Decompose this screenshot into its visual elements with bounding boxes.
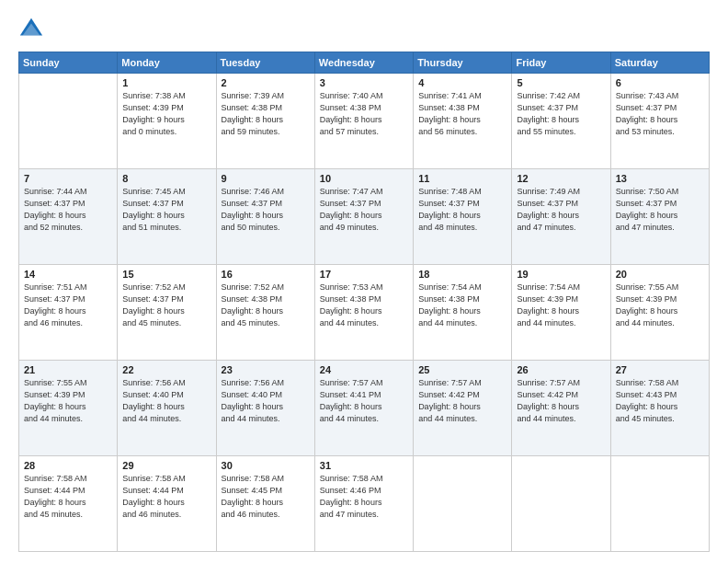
day-number: 2 (222, 77, 310, 88)
day-info: Sunrise: 7:45 AMSunset: 4:37 PMDaylight:… (122, 186, 210, 234)
calendar-week-row: 21Sunrise: 7:55 AMSunset: 4:39 PMDayligh… (19, 361, 710, 456)
calendar-cell: 10Sunrise: 7:47 AMSunset: 4:37 PMDayligh… (314, 169, 413, 265)
calendar-cell: 19Sunrise: 7:54 AMSunset: 4:39 PMDayligh… (512, 265, 610, 361)
weekday-header-wednesday: Wednesday (314, 52, 413, 74)
calendar-cell: 31Sunrise: 7:58 AMSunset: 4:46 PMDayligh… (314, 456, 413, 552)
calendar-cell: 23Sunrise: 7:56 AMSunset: 4:40 PMDayligh… (216, 361, 314, 456)
day-info: Sunrise: 7:58 AMSunset: 4:44 PMDaylight:… (24, 473, 112, 521)
calendar-cell (512, 456, 610, 552)
day-number: 1 (122, 77, 210, 88)
day-info: Sunrise: 7:57 AMSunset: 4:41 PMDaylight:… (320, 377, 408, 425)
day-number: 3 (320, 77, 408, 88)
calendar-cell: 8Sunrise: 7:45 AMSunset: 4:37 PMDaylight… (118, 169, 216, 265)
weekday-header-monday: Monday (118, 52, 216, 74)
calendar-cell: 25Sunrise: 7:57 AMSunset: 4:42 PMDayligh… (414, 361, 512, 456)
day-number: 26 (517, 364, 605, 375)
day-number: 22 (122, 364, 210, 375)
day-info: Sunrise: 7:57 AMSunset: 4:42 PMDaylight:… (418, 377, 506, 425)
calendar-cell: 6Sunrise: 7:43 AMSunset: 4:37 PMDaylight… (610, 74, 709, 169)
logo-icon (18, 17, 44, 42)
calendar-cell (19, 74, 118, 169)
header (18, 17, 710, 42)
day-number: 19 (517, 269, 605, 280)
day-number: 5 (517, 77, 605, 88)
day-number: 28 (24, 460, 112, 471)
day-info: Sunrise: 7:58 AMSunset: 4:44 PMDaylight:… (122, 473, 210, 521)
day-info: Sunrise: 7:47 AMSunset: 4:37 PMDaylight:… (320, 186, 408, 234)
day-info: Sunrise: 7:40 AMSunset: 4:38 PMDaylight:… (320, 90, 408, 138)
calendar-week-row: 7Sunrise: 7:44 AMSunset: 4:37 PMDaylight… (19, 169, 710, 265)
calendar-cell: 12Sunrise: 7:49 AMSunset: 4:37 PMDayligh… (512, 169, 610, 265)
day-info: Sunrise: 7:54 AMSunset: 4:38 PMDaylight:… (418, 282, 506, 329)
calendar-cell: 11Sunrise: 7:48 AMSunset: 4:37 PMDayligh… (414, 169, 512, 265)
day-number: 23 (222, 364, 310, 375)
day-info: Sunrise: 7:41 AMSunset: 4:38 PMDaylight:… (418, 90, 506, 138)
day-number: 15 (122, 269, 210, 280)
calendar-cell: 30Sunrise: 7:58 AMSunset: 4:45 PMDayligh… (216, 456, 314, 552)
day-number: 24 (320, 364, 408, 375)
calendar-cell: 28Sunrise: 7:58 AMSunset: 4:44 PMDayligh… (19, 456, 118, 552)
day-number: 6 (616, 77, 704, 88)
calendar-cell: 5Sunrise: 7:42 AMSunset: 4:37 PMDaylight… (512, 74, 610, 169)
calendar-cell (414, 456, 512, 552)
day-number: 10 (320, 173, 408, 184)
day-info: Sunrise: 7:51 AMSunset: 4:37 PMDaylight:… (24, 282, 112, 329)
day-number: 17 (320, 269, 408, 280)
calendar-cell: 16Sunrise: 7:52 AMSunset: 4:38 PMDayligh… (216, 265, 314, 361)
calendar-table: SundayMondayTuesdayWednesdayThursdayFrid… (18, 52, 710, 552)
day-info: Sunrise: 7:54 AMSunset: 4:39 PMDaylight:… (517, 282, 605, 329)
day-info: Sunrise: 7:56 AMSunset: 4:40 PMDaylight:… (222, 377, 310, 425)
calendar-cell: 15Sunrise: 7:52 AMSunset: 4:37 PMDayligh… (118, 265, 216, 361)
day-number: 7 (24, 173, 112, 184)
calendar-week-row: 14Sunrise: 7:51 AMSunset: 4:37 PMDayligh… (19, 265, 710, 361)
day-number: 9 (222, 173, 310, 184)
calendar-cell: 22Sunrise: 7:56 AMSunset: 4:40 PMDayligh… (118, 361, 216, 456)
day-number: 21 (24, 364, 112, 375)
day-number: 14 (24, 269, 112, 280)
day-info: Sunrise: 7:55 AMSunset: 4:39 PMDaylight:… (616, 282, 704, 329)
calendar-cell: 24Sunrise: 7:57 AMSunset: 4:41 PMDayligh… (314, 361, 413, 456)
page: SundayMondayTuesdayWednesdayThursdayFrid… (0, 0, 728, 563)
weekday-header-sunday: Sunday (19, 52, 118, 74)
calendar-cell: 29Sunrise: 7:58 AMSunset: 4:44 PMDayligh… (118, 456, 216, 552)
day-number: 4 (418, 77, 506, 88)
calendar-cell: 3Sunrise: 7:40 AMSunset: 4:38 PMDaylight… (314, 74, 413, 169)
day-number: 25 (418, 364, 506, 375)
weekday-header-friday: Friday (512, 52, 610, 74)
day-number: 30 (222, 460, 310, 471)
day-info: Sunrise: 7:43 AMSunset: 4:37 PMDaylight:… (616, 90, 704, 138)
calendar-cell: 2Sunrise: 7:39 AMSunset: 4:38 PMDaylight… (216, 74, 314, 169)
day-number: 31 (320, 460, 408, 471)
weekday-header-row: SundayMondayTuesdayWednesdayThursdayFrid… (19, 52, 710, 74)
day-number: 8 (122, 173, 210, 184)
calendar-cell: 4Sunrise: 7:41 AMSunset: 4:38 PMDaylight… (414, 74, 512, 169)
day-number: 27 (616, 364, 704, 375)
calendar-cell: 1Sunrise: 7:38 AMSunset: 4:39 PMDaylight… (118, 74, 216, 169)
day-info: Sunrise: 7:56 AMSunset: 4:40 PMDaylight:… (122, 377, 210, 425)
day-info: Sunrise: 7:58 AMSunset: 4:46 PMDaylight:… (320, 473, 408, 521)
day-info: Sunrise: 7:58 AMSunset: 4:43 PMDaylight:… (616, 377, 704, 425)
weekday-header-thursday: Thursday (414, 52, 512, 74)
calendar-cell: 9Sunrise: 7:46 AMSunset: 4:37 PMDaylight… (216, 169, 314, 265)
weekday-header-tuesday: Tuesday (216, 52, 314, 74)
day-number: 20 (616, 269, 704, 280)
calendar-cell: 21Sunrise: 7:55 AMSunset: 4:39 PMDayligh… (19, 361, 118, 456)
day-number: 16 (222, 269, 310, 280)
calendar-cell: 13Sunrise: 7:50 AMSunset: 4:37 PMDayligh… (610, 169, 709, 265)
day-number: 18 (418, 269, 506, 280)
day-number: 11 (418, 173, 506, 184)
weekday-header-saturday: Saturday (610, 52, 709, 74)
calendar-cell: 18Sunrise: 7:54 AMSunset: 4:38 PMDayligh… (414, 265, 512, 361)
day-info: Sunrise: 7:39 AMSunset: 4:38 PMDaylight:… (222, 90, 310, 138)
calendar-cell: 27Sunrise: 7:58 AMSunset: 4:43 PMDayligh… (610, 361, 709, 456)
day-info: Sunrise: 7:58 AMSunset: 4:45 PMDaylight:… (222, 473, 310, 521)
calendar-cell: 7Sunrise: 7:44 AMSunset: 4:37 PMDaylight… (19, 169, 118, 265)
day-info: Sunrise: 7:44 AMSunset: 4:37 PMDaylight:… (24, 186, 112, 234)
day-info: Sunrise: 7:49 AMSunset: 4:37 PMDaylight:… (517, 186, 605, 234)
calendar-cell: 17Sunrise: 7:53 AMSunset: 4:38 PMDayligh… (314, 265, 413, 361)
day-info: Sunrise: 7:48 AMSunset: 4:37 PMDaylight:… (418, 186, 506, 234)
day-number: 13 (616, 173, 704, 184)
calendar-cell: 20Sunrise: 7:55 AMSunset: 4:39 PMDayligh… (610, 265, 709, 361)
day-info: Sunrise: 7:38 AMSunset: 4:39 PMDaylight:… (122, 90, 210, 138)
calendar-week-row: 28Sunrise: 7:58 AMSunset: 4:44 PMDayligh… (19, 456, 710, 552)
